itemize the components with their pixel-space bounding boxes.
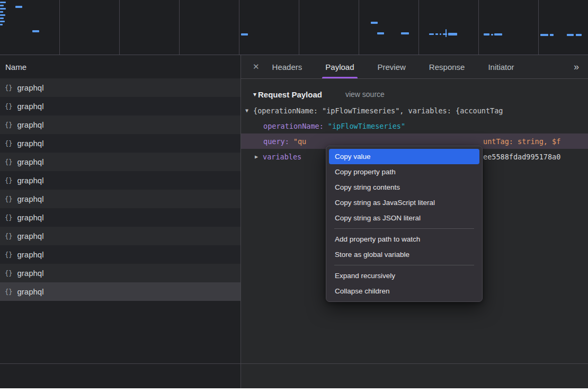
property-key: operationName: xyxy=(263,122,324,130)
request-timing-bar[interactable] xyxy=(550,34,554,36)
menu-item-copy-string-as-javascript-literal[interactable]: Copy string as JavaScript literal xyxy=(329,195,479,210)
devtools-network-panel: Name {}graphql{}graphql{}graphql{}graphq… xyxy=(0,0,588,392)
request-timing-bar[interactable] xyxy=(15,6,22,8)
request-row[interactable]: {}graphql xyxy=(0,78,240,97)
menu-item-copy-string-contents[interactable]: Copy string contents xyxy=(329,180,479,195)
json-braces-icon: {} xyxy=(5,140,12,147)
payload-root-row[interactable]: ▼ {operationName: "ipFlowTimeseries", va… xyxy=(241,103,588,118)
request-timing-bar[interactable] xyxy=(0,21,5,22)
request-row[interactable]: {}graphql xyxy=(0,282,240,301)
request-timing-bar[interactable] xyxy=(491,34,493,35)
menu-item-expand-recursively[interactable]: Expand recursively xyxy=(329,268,479,283)
request-timing-bar[interactable] xyxy=(401,32,409,34)
request-name: graphql xyxy=(17,213,43,222)
menu-separator xyxy=(334,228,474,229)
json-braces-icon: {} xyxy=(5,177,12,184)
request-timing-bar[interactable] xyxy=(32,30,39,32)
detail-tab-bar: ✕ HeadersPayloadPreviewResponseInitiator… xyxy=(241,55,588,79)
more-tabs-icon[interactable]: » xyxy=(574,61,578,73)
request-timing-bar[interactable] xyxy=(567,34,574,36)
network-main-split: Name {}graphql{}graphql{}graphql{}graphq… xyxy=(0,55,588,388)
property-value-continued: untTag: string, $f xyxy=(483,133,560,149)
request-timing-bar[interactable] xyxy=(241,33,248,35)
request-timing-bar[interactable] xyxy=(446,29,447,37)
request-timing-bar[interactable] xyxy=(371,22,378,24)
request-timing-bar[interactable] xyxy=(484,33,489,35)
request-timing-bar[interactable] xyxy=(0,8,6,10)
request-timing-bar[interactable] xyxy=(0,11,3,13)
request-name: graphql xyxy=(17,83,43,92)
json-braces-icon: {} xyxy=(5,288,12,296)
collapsed-triangle-icon[interactable]: ▶ xyxy=(255,154,263,159)
request-name: graphql xyxy=(17,102,43,111)
request-timing-bar[interactable] xyxy=(0,14,5,16)
request-row[interactable]: {}graphql xyxy=(0,245,240,264)
property-key: query: xyxy=(263,137,289,146)
tab-preview[interactable]: Preview xyxy=(378,55,406,78)
property-row-operation-name[interactable]: operationName: "ipFlowTimeseries" xyxy=(241,118,588,133)
request-timing-bar[interactable] xyxy=(576,34,582,36)
column-header-name[interactable]: Name xyxy=(0,55,240,78)
request-row[interactable]: {}graphql xyxy=(0,153,240,171)
request-row[interactable]: {}graphql xyxy=(0,115,240,134)
menu-item-collapse-children[interactable]: Collapse children xyxy=(329,283,479,299)
object-preview-text: {operationName: "ipFlowTimeseries", vari… xyxy=(253,106,503,115)
request-name: graphql xyxy=(17,120,43,129)
menu-item-store-as-global-variable[interactable]: Store as global variable xyxy=(329,247,479,262)
menu-item-copy-string-as-json-literal[interactable]: Copy string as JSON literal xyxy=(329,210,479,226)
request-timing-bar[interactable] xyxy=(0,2,6,3)
request-timing-bar[interactable] xyxy=(435,33,438,35)
network-overview-timeline[interactable] xyxy=(0,0,588,55)
menu-item-add-property-path-to-watch[interactable]: Add property path to watch xyxy=(329,231,479,247)
request-timing-bar[interactable] xyxy=(377,32,384,34)
request-name: graphql xyxy=(17,250,43,259)
request-name: graphql xyxy=(17,287,43,296)
request-name: graphql xyxy=(17,139,43,148)
request-timing-bar[interactable] xyxy=(0,17,4,19)
menu-separator xyxy=(334,265,474,265)
request-timing-bar[interactable] xyxy=(440,33,441,35)
json-braces-icon: {} xyxy=(5,214,12,221)
context-menu: Copy valueCopy property pathCopy string … xyxy=(326,146,483,302)
request-row[interactable]: {}graphql xyxy=(0,171,240,190)
request-timing-bar[interactable] xyxy=(540,34,548,36)
tab-payload[interactable]: Payload xyxy=(325,55,354,78)
request-name: graphql xyxy=(17,194,43,203)
json-braces-icon: {} xyxy=(5,195,12,203)
json-braces-icon: {} xyxy=(5,233,12,240)
tab-response[interactable]: Response xyxy=(429,55,465,78)
request-row[interactable]: {}graphql xyxy=(0,208,240,227)
request-timing-bar[interactable] xyxy=(0,5,4,6)
request-timing-bar[interactable] xyxy=(429,33,434,35)
tab-list: HeadersPayloadPreviewResponseInitiator xyxy=(272,55,514,78)
json-braces-icon: {} xyxy=(5,103,12,110)
request-name: graphql xyxy=(17,157,43,166)
request-row[interactable]: {}graphql xyxy=(0,190,240,208)
request-name: graphql xyxy=(17,231,43,240)
json-braces-icon: {} xyxy=(5,84,12,92)
close-icon[interactable]: ✕ xyxy=(253,62,260,72)
request-row[interactable]: {}graphql xyxy=(0,264,240,282)
view-source-link[interactable]: view source xyxy=(345,90,385,99)
tab-headers[interactable]: Headers xyxy=(272,55,302,78)
property-value: "ipFlowTimeseries" xyxy=(328,122,405,130)
property-value-start: "qu xyxy=(293,137,306,146)
column-header-label: Name xyxy=(5,63,26,72)
tab-initiator[interactable]: Initiator xyxy=(488,55,514,78)
request-timing-bar[interactable] xyxy=(0,24,3,25)
request-table: Name {}graphql{}graphql{}graphql{}graphq… xyxy=(0,55,241,388)
json-braces-icon: {} xyxy=(5,158,12,166)
request-row[interactable]: {}graphql xyxy=(0,97,240,115)
page-background-strip xyxy=(0,388,588,392)
expanded-triangle-icon[interactable]: ▼ xyxy=(245,108,253,113)
request-row[interactable]: {}graphql xyxy=(0,134,240,153)
request-name: graphql xyxy=(17,269,43,278)
menu-item-copy-property-path[interactable]: Copy property path xyxy=(329,164,479,180)
menu-item-copy-value[interactable]: Copy value xyxy=(329,149,479,164)
section-collapse-icon[interactable]: ▾ xyxy=(253,91,256,98)
request-timing-bar[interactable] xyxy=(494,33,502,35)
request-payload-section-header: ▾ Request Payload view source xyxy=(241,86,588,103)
request-row[interactable]: {}graphql xyxy=(0,227,240,245)
property-key: variables xyxy=(263,153,301,161)
request-timing-bar[interactable] xyxy=(448,33,457,35)
